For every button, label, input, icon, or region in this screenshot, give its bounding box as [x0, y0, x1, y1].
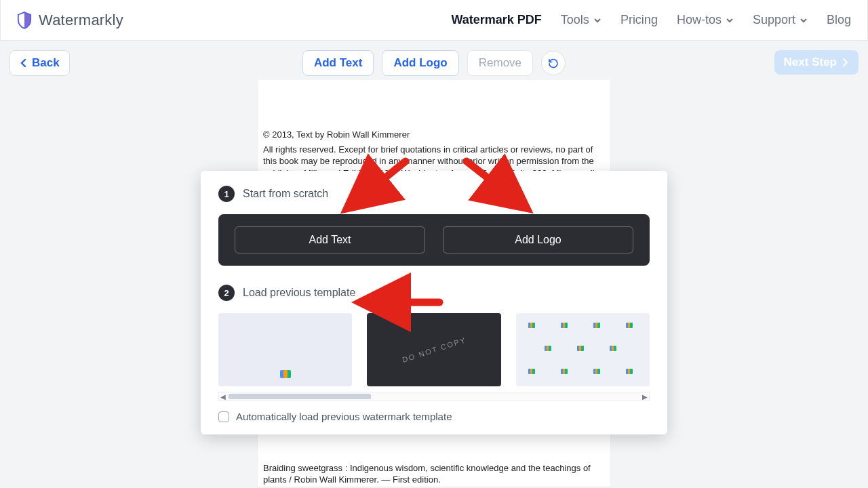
template-preview-mark: [280, 370, 291, 378]
step1-title: Start from scratch: [243, 188, 328, 200]
step-badge-1: 1: [218, 186, 235, 202]
template-thumbnail-2[interactable]: DO NOT COPY: [367, 313, 500, 386]
chevron-down-icon: [593, 16, 601, 24]
autoload-checkbox[interactable]: [218, 411, 229, 422]
nav-support[interactable]: Support: [753, 13, 808, 27]
topbar: Watermarkly Watermark PDF Tools Pricing …: [0, 0, 868, 41]
scroll-right-icon[interactable]: ▶: [642, 393, 648, 401]
nav-watermark-pdf[interactable]: Watermark PDF: [451, 13, 541, 27]
chevron-down-icon: [726, 16, 734, 24]
reset-button[interactable]: [541, 51, 566, 75]
template-thumbnail-1[interactable]: [218, 313, 352, 386]
nav-tools[interactable]: Tools: [561, 13, 601, 27]
panel-add-logo-button[interactable]: Add Logo: [443, 226, 633, 253]
scrollbar-thumb[interactable]: [229, 394, 371, 399]
brand-name: Watermarkly: [39, 12, 123, 29]
back-button[interactable]: Back: [9, 50, 70, 76]
chevron-right-icon: [841, 58, 849, 67]
next-step-button[interactable]: Next Step: [774, 50, 859, 75]
template-preview-text: DO NOT COPY: [401, 336, 467, 364]
panel-add-text-button[interactable]: Add Text: [235, 226, 425, 253]
step1-header: 1 Start from scratch: [218, 186, 650, 202]
template-thumbnail-3[interactable]: [516, 313, 650, 386]
nav: Watermark PDF Tools Pricing How-tos Supp…: [451, 13, 851, 27]
autoload-label: Automatically load previous watermark te…: [236, 411, 452, 422]
step2-title: Load previous template: [243, 287, 355, 299]
remove-button[interactable]: Remove: [467, 50, 533, 76]
doc-copyright: © 2013, Text by Robin Wall Kimmerer: [263, 129, 605, 141]
nav-pricing[interactable]: Pricing: [620, 13, 658, 27]
rotate-ccw-icon: [547, 57, 559, 69]
start-panel: 1 Start from scratch Add Text Add Logo 2…: [201, 171, 667, 434]
doc-cip: Braiding sweetgrass : Indigenous wisdom,…: [263, 462, 605, 486]
add-text-button[interactable]: Add Text: [302, 50, 374, 76]
nav-blog[interactable]: Blog: [827, 13, 851, 27]
shield-icon: [17, 12, 32, 29]
template-list: DO NOT COPY: [218, 313, 650, 386]
scratch-actions: Add Text Add Logo: [218, 214, 650, 266]
add-logo-button[interactable]: Add Logo: [382, 50, 458, 76]
autoload-row[interactable]: Automatically load previous watermark te…: [218, 411, 650, 422]
nav-howtos[interactable]: How-tos: [677, 13, 734, 27]
scroll-left-icon[interactable]: ◀: [220, 393, 226, 401]
chevron-left-icon: [20, 58, 28, 68]
template-scrollbar[interactable]: ◀ ▶: [218, 392, 650, 401]
step-badge-2: 2: [218, 285, 235, 301]
editor-toolbar: Back Add Text Add Logo Remove Next Step: [0, 50, 868, 84]
step2-header: 2 Load previous template: [218, 285, 650, 301]
chevron-down-icon: [800, 16, 808, 24]
brand[interactable]: Watermarkly: [17, 12, 123, 29]
